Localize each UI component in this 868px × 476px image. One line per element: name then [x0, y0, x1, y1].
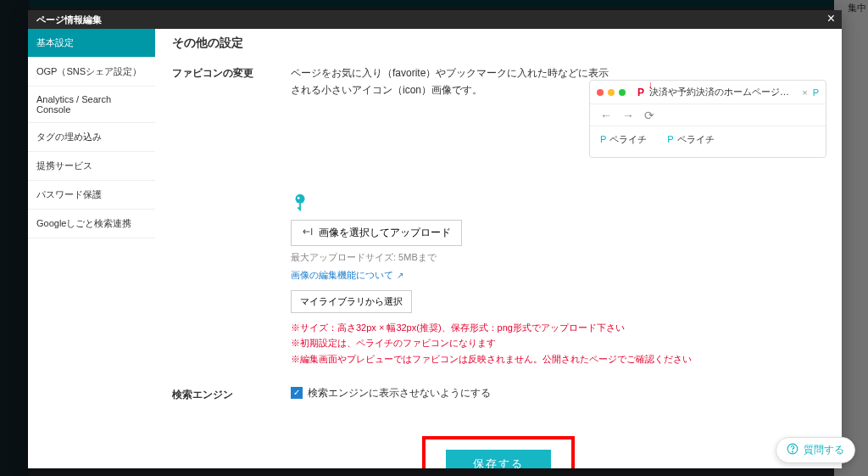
upload-button-label: 画像を選択してアップロード	[319, 226, 451, 240]
warning-line: ※初期設定は、ペライチのファビコンになります	[291, 335, 825, 351]
sidebar-item-analytics[interactable]: Analytics / Search Console	[28, 87, 155, 123]
warning-line: ※サイズ：高さ32px × 幅32px(推奨)、保存形式：png形式でアップロー…	[291, 320, 825, 336]
bookmark-item: Pペライチ	[600, 133, 647, 146]
search-engine-label: 検索エンジン	[172, 386, 282, 402]
svg-point-3	[793, 451, 793, 452]
search-engine-checkbox[interactable]: ✓ 検索エンジンに表示させないようにする	[291, 386, 491, 400]
arrow-down-icon: ↓	[648, 79, 653, 91]
sidebar-item-password[interactable]: パスワード保護	[28, 181, 155, 210]
upload-size-note: 最大アップロードサイズ: 5MBまで	[291, 251, 825, 264]
nav-reload-icon: ⟳	[644, 109, 654, 122]
nav-forward-icon: →	[622, 109, 634, 122]
modal-sidebar: 基本設定 OGP（SNSシェア設定） Analytics / Search Co…	[28, 10, 155, 468]
sidebar-item-google-jobs[interactable]: Googleしごと検索連携	[28, 210, 155, 238]
tab-favicon-next-icon: P	[813, 87, 819, 98]
image-editor-link-label: 画像の編集機能について	[291, 269, 393, 282]
sidebar-item-tags[interactable]: タグの埋め込み	[28, 123, 155, 152]
page-info-modal: ページ情報編集 × 基本設定 OGP（SNSシェア設定） Analytics /…	[28, 10, 842, 468]
save-button-highlight: 保存する	[422, 436, 575, 468]
nav-back-icon: ←	[600, 109, 612, 122]
warning-line: ※編集画面やプレビューではファビコンは反映されません。公開されたページでご確認く…	[291, 351, 825, 367]
section-title: その他の設定	[172, 36, 825, 51]
bookmark-item: Pペライチ	[667, 133, 714, 146]
favicon-thumb-icon	[291, 193, 309, 211]
window-traffic-lights	[597, 89, 626, 96]
sidebar-item-ogp[interactable]: OGP（SNSシェア設定）	[28, 58, 155, 87]
close-icon[interactable]: ×	[827, 12, 835, 25]
external-link-icon: ↗	[397, 271, 403, 280]
sidebar-item-basic[interactable]: 基本設定	[28, 29, 155, 58]
tab-close-icon: ×	[802, 87, 807, 98]
checkbox-icon: ✓	[291, 387, 303, 399]
sidebar-item-partner[interactable]: 提携サービス	[28, 152, 155, 181]
modal-title: ページ情報編集	[28, 10, 842, 29]
modal-main: その他の設定 ファビコンの変更 ページをお気に入り（favorite）やブックマ…	[155, 10, 842, 468]
svg-point-0	[296, 194, 305, 204]
help-fab-label: 質問する	[804, 443, 844, 457]
favicon-warnings: ※サイズ：高さ32px × 幅32px(推奨)、保存形式：png形式でアップロー…	[291, 320, 825, 367]
library-button[interactable]: マイライブラリから選択	[291, 290, 412, 313]
save-button[interactable]: 保存する	[446, 450, 551, 468]
image-editor-link[interactable]: 画像の編集機能について ↗	[291, 269, 403, 282]
favicon-description: ページをお気に入り（favorite）やブックマークに入れた時などに表示される小…	[291, 64, 613, 99]
search-engine-checkbox-label: 検索エンジンに表示させないようにする	[308, 386, 491, 400]
browser-preview-mock: ↓ P 決済や予約決済のホームページ作成 × P ← → ⟳ Pペライチ Pペラ…	[589, 80, 826, 158]
help-icon	[787, 443, 798, 457]
upload-button[interactable]: 画像を選択してアップロード	[291, 220, 462, 246]
favicon-label: ファビコンの変更	[172, 64, 282, 81]
tab-title: 決済や予約決済のホームページ作成	[649, 86, 797, 98]
help-fab[interactable]: 質問する	[776, 437, 855, 463]
svg-point-1	[298, 197, 300, 199]
tab-favicon-icon: P	[637, 87, 644, 98]
upload-icon	[302, 226, 314, 240]
